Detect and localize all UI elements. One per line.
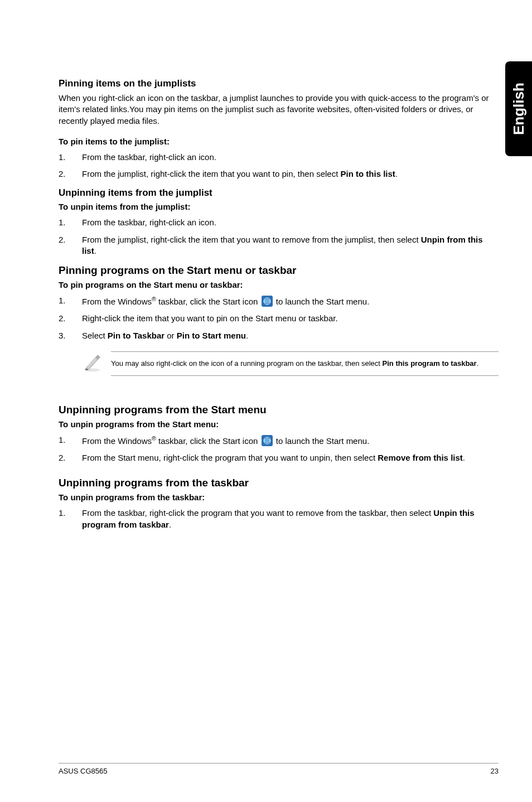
text-fragment: taskbar, click the Start icon (156, 297, 260, 306)
list-number: 2. (59, 234, 82, 257)
text-fragment: to launch the Start menu. (274, 297, 370, 306)
windows-start-icon (262, 435, 273, 446)
text-fragment: or (165, 331, 177, 340)
text-fragment: . (246, 331, 248, 340)
text-fragment: From the taskbar, right-click the progra… (82, 508, 433, 518)
list-item: 2. From the jumplist, right-click the it… (59, 234, 499, 257)
list-number: 1. (59, 152, 82, 163)
footer-product: ASUS CG8565 (59, 767, 107, 775)
list-text: Right-click the item that you want to pi… (82, 313, 499, 324)
list-number: 2. (59, 168, 82, 180)
list-item: 1. From the Windows® taskbar, click the … (59, 434, 499, 447)
bold-label: Pin to Taskbar (108, 331, 165, 340)
pencil-note-icon (82, 352, 111, 375)
text-fragment: . (169, 520, 171, 529)
bold-label: Remove from this list (378, 453, 463, 462)
note-text: You may also right-click on the icon of … (111, 351, 499, 376)
text-fragment: From the Windows (82, 297, 152, 306)
heading-pinning-programs: Pinning programs on the Start menu or ta… (59, 264, 499, 277)
heading-unpinning-taskbar: Unpinning programs from the taskbar (59, 477, 499, 489)
list-pin-jumplist: 1. From the taskbar, right-click an icon… (59, 152, 499, 180)
bold-label: Pin to Start menu (177, 331, 246, 340)
list-item: 2. From the jumplist, right-click the it… (59, 168, 499, 180)
subhead-pin-jumplist: To pin items to the jumplist: (59, 137, 499, 146)
text-fragment: From the jumplist, right-click the item … (82, 235, 421, 244)
note-block: You may also right-click on the icon of … (82, 351, 499, 376)
text-fragment: Select (82, 331, 108, 340)
list-text: From the jumplist, right-click the item … (82, 234, 499, 257)
list-text: From the taskbar, right-click an icon. (82, 217, 499, 228)
text-fragment: From the Start menu, right-click the pro… (82, 453, 378, 462)
text-fragment: . (477, 359, 479, 368)
list-number: 1. (59, 508, 82, 530)
subhead-unpin-taskbar: To unpin programs from the taskbar: (59, 492, 499, 502)
footer-page-number: 23 (491, 767, 499, 775)
list-item: 2. From the Start menu, right-click the … (59, 452, 499, 463)
list-number: 1. (59, 217, 82, 228)
subhead-pin-programs: To pin programs on the Start menu or tas… (59, 280, 499, 289)
list-number: 2. (59, 313, 82, 324)
list-unpin-start: 1. From the Windows® taskbar, click the … (59, 434, 499, 464)
list-number: 2. (59, 452, 82, 463)
list-pin-programs: 1. From the Windows® taskbar, click the … (59, 295, 499, 341)
list-text: From the taskbar, right-click the progra… (82, 508, 499, 530)
list-number: 1. (59, 434, 82, 447)
text-fragment: to launch the Start menu. (274, 436, 370, 446)
text-fragment: You may also right-click on the icon of … (111, 359, 383, 368)
subhead-unpin-start: To unpin programs from the Start menu: (59, 419, 499, 429)
page-footer: ASUS CG8565 23 (59, 763, 499, 775)
windows-start-icon (262, 296, 273, 307)
intro-text: When you right-click an icon on the task… (59, 93, 499, 127)
text-fragment: From the jumplist, right-click the item … (82, 169, 341, 178)
heading-unpinning-jumplist: Unpinning items from the jumplist (59, 187, 499, 199)
list-text: From the taskbar, right-click an icon. (82, 152, 499, 163)
bold-label: Pin this program to taskbar (383, 359, 477, 368)
list-text: Select Pin to Taskbar or Pin to Start me… (82, 330, 499, 341)
subhead-unpin-jumplist: To unpin items from the jumplist: (59, 202, 499, 211)
list-item: 2. Right-click the item that you want to… (59, 313, 499, 324)
list-number: 3. (59, 330, 82, 341)
text-fragment: . (463, 453, 465, 462)
registered-mark: ® (152, 296, 156, 302)
text-fragment: From the Windows (82, 436, 152, 446)
page-content: Pinning items on the jumplists When you … (0, 0, 532, 802)
list-text: From the Windows® taskbar, click the Sta… (82, 434, 499, 447)
heading-unpinning-start: Unpinning programs from the Start menu (59, 404, 499, 416)
list-item: 1. From the Windows® taskbar, click the … (59, 295, 499, 307)
list-item: 1. From the taskbar, right-click an icon… (59, 217, 499, 228)
list-number: 1. (59, 295, 82, 307)
registered-mark: ® (152, 435, 156, 442)
text-fragment: . (395, 169, 398, 178)
list-item: 1. From the taskbar, right-click an icon… (59, 152, 499, 163)
text-fragment: . (94, 246, 96, 255)
bold-label: Pin to this list (341, 169, 395, 178)
list-text: From the Windows® taskbar, click the Sta… (82, 295, 499, 307)
list-unpin-taskbar: 1. From the taskbar, right-click the pro… (59, 508, 499, 530)
list-text: From the Start menu, right-click the pro… (82, 452, 499, 463)
list-item: 3. Select Pin to Taskbar or Pin to Start… (59, 330, 499, 341)
heading-pinning-jumplists: Pinning items on the jumplists (59, 78, 499, 89)
list-unpin-jumplist: 1. From the taskbar, right-click an icon… (59, 217, 499, 257)
list-item: 1. From the taskbar, right-click the pro… (59, 508, 499, 530)
list-text: From the jumplist, right-click the item … (82, 168, 499, 180)
text-fragment: taskbar, click the Start icon (156, 436, 260, 446)
